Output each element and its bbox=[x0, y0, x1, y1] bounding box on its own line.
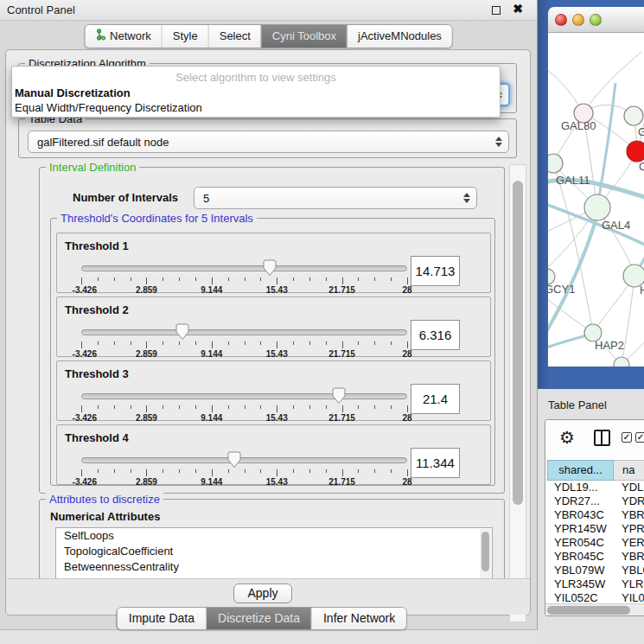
slider-tick-labels: -3.426 2.859 9.144 15.43 21.715 28 bbox=[81, 413, 407, 424]
network-canvas[interactable]: GAL80GACGAL11GAL4GCY1HHAP2 bbox=[548, 33, 644, 367]
tab-impute-data[interactable]: Impute Data bbox=[118, 608, 206, 629]
tab-network-label: Network bbox=[110, 29, 151, 42]
slider-track[interactable] bbox=[81, 329, 407, 335]
tab-discretize-data[interactable]: Discretize Data bbox=[206, 608, 311, 629]
table-horizontal-scrollbar[interactable] bbox=[545, 603, 644, 616]
hap2-node-label: HAP2 bbox=[595, 339, 624, 352]
table-row[interactable]: YBR043CYBR0 bbox=[545, 508, 644, 522]
close-icon[interactable]: ✖ bbox=[513, 2, 523, 16]
gal4-node-label: GAL4 bbox=[602, 219, 630, 232]
gear-icon[interactable]: ⚙ bbox=[559, 427, 575, 448]
slider-ticks bbox=[81, 469, 407, 477]
thresholds-group-title: Threshold's Coordinates for 5 Intervals bbox=[57, 212, 257, 225]
table-row[interactable]: YBL079WYBL0 bbox=[545, 564, 644, 577]
tab-style[interactable]: Style bbox=[162, 25, 208, 48]
table-row[interactable]: YIL052CYIL0 bbox=[545, 591, 644, 604]
slider-tick-labels: -3.426 2.859 9.144 15.43 21.715 28 bbox=[81, 285, 407, 296]
table-row[interactable]: YER054CYER0 bbox=[545, 536, 644, 550]
slider-tick-labels: -3.426 2.859 9.144 15.43 21.715 28 bbox=[81, 349, 407, 360]
slider-tick-labels: -3.426 2.859 9.144 15.43 21.715 28 bbox=[81, 477, 407, 488]
threshold-2-slider[interactable]: -3.426 2.859 9.144 15.43 21.715 28 bbox=[81, 323, 407, 356]
checkbox-icon[interactable]: ✓ bbox=[635, 432, 644, 443]
menu-item-manual-discretization[interactable]: Manual Discretization bbox=[15, 86, 131, 99]
table-panel-card: ⚙ ✓ ✓ shared... na YDL19...YDL1 YDR27...… bbox=[545, 419, 644, 616]
number-of-intervals-label: Number of Intervals bbox=[73, 191, 178, 204]
red-node[interactable] bbox=[627, 141, 644, 162]
thresholds-group: Threshold's Coordinates for 5 Intervals … bbox=[50, 218, 495, 486]
threshold-4-box: Threshold 4 -3.426 2.859 9.144 15.43 21 bbox=[56, 424, 491, 485]
table-data-group: Table Data galFiltered.sif default node bbox=[18, 118, 517, 158]
table-panel-title: Table Panel bbox=[548, 399, 607, 411]
network-window-titlebar bbox=[548, 7, 644, 33]
interval-definition-group: Interval Definition Number of Intervals … bbox=[39, 167, 505, 494]
menu-item-equal-width-frequency[interactable]: Equal Width/Frequency Discretization bbox=[15, 101, 202, 114]
list-item[interactable]: TopologicalCoefficient bbox=[56, 544, 492, 559]
minimize-traffic-light-icon[interactable] bbox=[572, 14, 584, 26]
number-of-intervals-combo[interactable]: 5 bbox=[194, 187, 477, 209]
list-item[interactable]: SelfLoops bbox=[56, 528, 492, 544]
numerical-attributes-list[interactable]: SelfLoops TopologicalCoefficient Between… bbox=[55, 527, 493, 581]
network-icon bbox=[95, 29, 105, 43]
gal11-node[interactable] bbox=[548, 154, 563, 173]
threshold-3-label: Threshold 3 bbox=[65, 367, 129, 380]
checkbox-icon[interactable]: ✓ bbox=[622, 432, 632, 443]
table-row[interactable]: YLR345WYLR3 bbox=[545, 577, 644, 591]
threshold-1-slider[interactable]: -3.426 2.859 9.144 15.43 21.715 28 bbox=[81, 259, 407, 292]
column-header-shared-name[interactable]: shared... bbox=[547, 460, 614, 481]
slider-ticks bbox=[81, 277, 407, 285]
attributes-group-title: Attributes to discretize bbox=[46, 493, 163, 506]
tab-infer-network[interactable]: Infer Network bbox=[311, 608, 406, 629]
threshold-4-label: Threshold 4 bbox=[65, 431, 129, 444]
h-node-label: H bbox=[640, 284, 644, 296]
algorithm-hint: Select algorithm to view settings bbox=[12, 71, 500, 84]
split-view-icon[interactable] bbox=[594, 430, 610, 446]
threshold-3-slider-thumb[interactable] bbox=[331, 387, 347, 405]
float-window-icon[interactable] bbox=[492, 6, 501, 15]
column-header-name[interactable]: na bbox=[614, 460, 644, 481]
table-data-combo[interactable]: galFiltered.sif default node bbox=[28, 131, 509, 153]
list-item[interactable]: BetweennessCentrality bbox=[56, 559, 492, 575]
slider-track[interactable] bbox=[81, 265, 407, 271]
table-data-combo-value: galFiltered.sif default node bbox=[37, 136, 169, 149]
tab-network[interactable]: Network bbox=[85, 25, 162, 48]
table-row[interactable]: YPR145WYPR1 bbox=[545, 522, 644, 536]
threshold-2-value-field[interactable]: 6.316 bbox=[411, 320, 460, 350]
table-panel-region: Table Panel ⚙ ✓ ✓ shared... na YDL19...Y… bbox=[538, 389, 644, 644]
slider-track[interactable] bbox=[81, 457, 407, 463]
table-row[interactable]: YDR27...YDR2 bbox=[545, 494, 644, 508]
threshold-1-box: Threshold 1 -3.426 2.859 9.144 15.43 21 bbox=[56, 233, 491, 293]
threshold-4-slider-thumb[interactable] bbox=[226, 451, 242, 469]
table-row[interactable]: YDL19...YDL1 bbox=[545, 481, 644, 494]
bottom-tab-bar: Impute Data Discretize Data Infer Networ… bbox=[117, 607, 407, 630]
list-vertical-scrollbar[interactable] bbox=[480, 529, 491, 581]
zoom-traffic-light-icon[interactable] bbox=[590, 14, 602, 26]
control-panel-titlebar: Control Panel ✖ bbox=[0, 0, 537, 21]
number-of-intervals-value: 5 bbox=[203, 192, 209, 205]
combo-stepper-icon bbox=[462, 192, 470, 204]
top-tab-bar: Network Style Select Cyni Toolbox jActiv… bbox=[0, 22, 537, 48]
table-row[interactable]: YBR045CYBR0 bbox=[545, 550, 644, 564]
tab-select[interactable]: Select bbox=[208, 25, 261, 48]
interval-definition-group-title: Interval Definition bbox=[46, 161, 139, 174]
threshold-4-slider[interactable]: -3.426 2.859 9.144 15.43 21.715 28 bbox=[81, 451, 407, 484]
panel-vertical-scrollbar[interactable] bbox=[509, 164, 526, 622]
threshold-3-slider[interactable]: -3.426 2.859 9.144 15.43 21.715 28 bbox=[81, 387, 407, 420]
top-right-node[interactable] bbox=[624, 106, 643, 125]
threshold-2-slider-thumb[interactable] bbox=[175, 323, 190, 341]
threshold-1-value-field[interactable]: 14.713 bbox=[411, 256, 460, 286]
attributes-group: Attributes to discretize Numerical Attri… bbox=[39, 499, 505, 582]
threshold-1-slider-thumb[interactable] bbox=[262, 259, 277, 277]
numerical-attributes-label: Numerical Attributes bbox=[50, 510, 160, 523]
gal4-node[interactable] bbox=[584, 194, 610, 220]
cyni-toolbox-panel: Discretization Algorithm Select algorith… bbox=[5, 49, 531, 615]
close-traffic-light-icon[interactable] bbox=[555, 14, 567, 26]
apply-button[interactable]: Apply bbox=[233, 583, 292, 603]
tab-cyni-toolbox[interactable]: Cyni Toolbox bbox=[261, 25, 347, 48]
slider-track[interactable] bbox=[81, 393, 407, 399]
tab-jactivemnodules[interactable]: jActiveMNodules bbox=[347, 25, 452, 48]
bottom-strip bbox=[0, 629, 538, 644]
slider-ticks bbox=[81, 405, 407, 413]
threshold-4-value-field[interactable]: 11.344 bbox=[411, 448, 460, 478]
gcy1-node-label: GCY1 bbox=[548, 283, 575, 296]
threshold-3-value-field[interactable]: 21.4 bbox=[411, 384, 460, 414]
